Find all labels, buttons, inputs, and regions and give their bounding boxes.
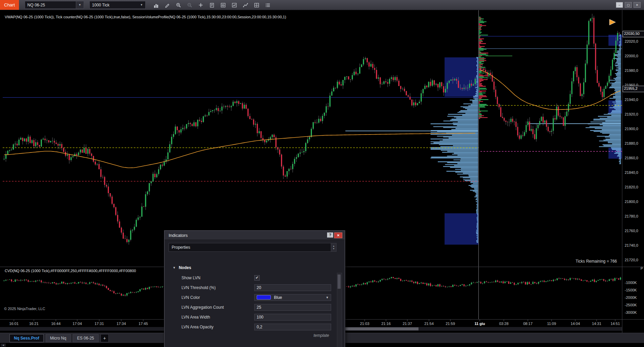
collapse-arrow-icon: ▼ (173, 266, 176, 269)
chart-tab-es-06-25[interactable]: ES 06-25 (73, 334, 99, 342)
interval-label: 1000 Tick (92, 3, 109, 7)
lvn-color-dropdown[interactable]: Blue▼ (254, 294, 331, 301)
properties-header[interactable]: Properties (169, 243, 331, 252)
color-swatch (257, 295, 271, 300)
tab-items: Nq Sess.ProfMicro NqES 06-25+ (9, 334, 109, 342)
properties-icon[interactable] (263, 1, 272, 9)
price-axis-labels[interactable]: 22020,022000,021980,021960,021940,021920… (625, 39, 638, 262)
svg-text:16:44: 16:44 (51, 322, 61, 326)
show-lvn-checkbox[interactable]: ✔ (254, 275, 260, 281)
lvn-area (445, 213, 478, 245)
property-control: 20 (254, 284, 331, 291)
chart-window-icon[interactable] (219, 1, 228, 9)
lvn-aggregation-count-input[interactable]: 25 (254, 304, 331, 311)
help-button[interactable]: ? (327, 232, 333, 238)
ticks-remaining-label: Ticks Remaining = 766 (576, 259, 617, 264)
lvn-area-opacity-input[interactable]: 0,2 (254, 324, 331, 330)
svg-text:21:16: 21:16 (381, 322, 391, 326)
svg-text:21:37: 21:37 (403, 322, 412, 326)
maximize-button[interactable]: ▢ (625, 2, 632, 8)
property-control: 0,2 (254, 324, 331, 330)
svg-text:08:17: 08:17 (523, 322, 533, 326)
arrow-marker[interactable] (609, 19, 616, 25)
candlestick-series-10-giu (3, 57, 476, 245)
chart-tab-micro-nq[interactable]: Micro Nq (46, 334, 71, 342)
section-label: Nodes (179, 265, 191, 270)
close-button[interactable]: ✕ (634, 2, 641, 8)
layout-icon[interactable] (252, 1, 261, 9)
property-control: ✔ (254, 275, 331, 281)
svg-text:-2500K: -2500K (625, 303, 637, 307)
svg-text:-1000K: -1000K (625, 281, 637, 285)
trend-line-icon[interactable] (241, 1, 250, 9)
vwap-line (480, 70, 621, 109)
template-link[interactable]: template (314, 333, 329, 338)
volume-profile (585, 34, 621, 164)
copyright-label: © 2025 NinjaTrader, LLC (4, 307, 45, 311)
svg-text:11 giu: 11 giu (474, 322, 485, 326)
lvn-area-width-input[interactable]: 100 (254, 314, 331, 321)
data-series-icon[interactable] (230, 1, 239, 9)
svg-text:11:09: 11:09 (547, 322, 556, 326)
interval-selector[interactable]: 1000 Tick ▼ (89, 1, 146, 9)
vwap-line (4, 133, 475, 168)
spinner-up-icon[interactable]: ▲ (333, 245, 335, 247)
section-nodes[interactable]: ▼ Nodes (173, 265, 191, 270)
property-control: Blue▼ (254, 294, 331, 301)
dialog-close-button[interactable]: ✕ (334, 232, 342, 238)
add-tab-button[interactable]: + (101, 334, 109, 342)
instrument-selector[interactable]: NQ 06-25 (25, 1, 76, 9)
vwap-price-badge: 21955,2 (623, 86, 644, 92)
svg-text:14:51: 14:51 (610, 322, 620, 326)
panel-corner-label: P (641, 266, 643, 270)
property-control: 100 (254, 314, 331, 321)
svg-text:21740,0: 21740,0 (625, 243, 638, 247)
svg-text:21840,0: 21840,0 (625, 170, 638, 175)
svg-text:21820,0: 21820,0 (625, 185, 638, 189)
color-value: Blue (274, 295, 323, 300)
snapshot-icon[interactable] (208, 1, 216, 9)
dialog-scrollbar-thumb[interactable] (338, 274, 341, 289)
instrument-dropdown-button[interactable]: ▼ (76, 1, 84, 9)
property-label: LVN Area Width (165, 315, 254, 320)
spinner-down-icon[interactable]: ▼ (333, 248, 335, 250)
add-icon[interactable] (196, 1, 205, 9)
draw-tool-icon[interactable] (163, 1, 172, 9)
chart-type-icon[interactable] (152, 1, 160, 9)
lvn-threshold-input[interactable]: 20 (254, 284, 331, 291)
instrument-label: NQ 06-25 (27, 3, 45, 7)
property-row-lvn-aggregation-count: LVN Aggregation Count25 (165, 302, 336, 312)
zoom-in-icon[interactable] (174, 1, 183, 9)
svg-text:21940,0: 21940,0 (625, 98, 638, 102)
candlestick-series-11-giu (480, 14, 620, 142)
properties-spinner[interactable]: ▲ ▼ (331, 243, 337, 252)
cvd-indicator-label: CVD(NQ 06-25 (1000 Tick),#FF0000FF,250,#… (5, 269, 136, 273)
svg-text:14:31: 14:31 (592, 322, 601, 326)
dialog-titlebar[interactable]: Indicators ? ✕ (165, 231, 345, 240)
svg-text:21920,0: 21920,0 (625, 112, 638, 116)
toolbar-icons (152, 1, 272, 9)
property-label: Show LVN (165, 275, 254, 280)
chart-tab-nq-sess-prof[interactable]: Nq Sess.Prof (9, 334, 44, 342)
chevron-down-icon: ▼ (140, 4, 143, 6)
cvd-axis-labels[interactable]: -1000K-1500K-2000K-2500K-3000K (625, 281, 637, 314)
svg-text:14:04: 14:04 (571, 322, 580, 326)
svg-text:22020,0: 22020,0 (625, 39, 638, 43)
dialog-scrollbar[interactable] (337, 273, 342, 347)
zoom-out-icon (185, 1, 194, 9)
last-price-badge: 22030,50 (623, 31, 644, 37)
svg-text:-2000K: -2000K (625, 295, 637, 300)
chart-menu-button[interactable]: Chart (0, 0, 19, 10)
indicators-dialog: Indicators ? ✕ Properties ▲ ▼ ▼ Nodes Sh… (164, 230, 345, 347)
svg-text:17:31: 17:31 (94, 322, 104, 326)
minimize-button[interactable]: – (616, 2, 623, 8)
chevron-down-icon: ▼ (326, 296, 329, 299)
property-row-lvn-area-opacity: LVN Area Opacity0,2 (165, 322, 336, 332)
svg-text:21980,0: 21980,0 (625, 68, 638, 73)
property-control: 25 (254, 304, 331, 311)
poc-lines (345, 124, 621, 131)
chevron-down-icon: ▼ (79, 4, 81, 6)
dialog-title: Indicators (169, 233, 188, 238)
svg-text:17:04: 17:04 (72, 322, 82, 326)
tab-scroll-left-button[interactable]: ◄ (1, 344, 6, 347)
